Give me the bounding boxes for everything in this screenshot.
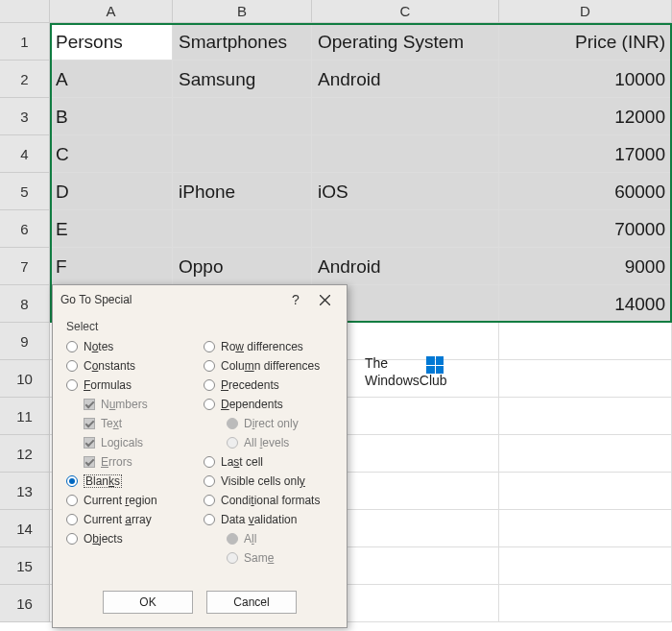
cell-D6[interactable]: 70000 (499, 210, 672, 248)
option-current-array[interactable]: Current array (66, 510, 196, 529)
option-text: Text (66, 414, 196, 433)
watermark-text: The WindowsClub (365, 355, 447, 388)
row-2: 2 A Samsung Android 10000 (0, 61, 672, 98)
row-header-5[interactable]: 5 (0, 173, 50, 210)
cell-C5[interactable]: iOS (312, 173, 499, 210)
row-header-15[interactable]: 15 (0, 547, 50, 585)
row-header-6[interactable]: 6 (0, 210, 50, 248)
cell-D10[interactable] (499, 360, 672, 398)
row-header-2[interactable]: 2 (0, 61, 50, 98)
cell-A1[interactable]: Persons (50, 23, 173, 61)
row-7: 7 F Oppo Android 9000 (0, 248, 672, 285)
cell-D3[interactable]: 12000 (499, 98, 672, 135)
cell-B4[interactable] (173, 135, 312, 173)
cell-C3[interactable] (312, 98, 499, 135)
cell-D13[interactable] (499, 473, 672, 510)
row-header-7[interactable]: 7 (0, 248, 50, 285)
option-logicals: Logicals (66, 433, 196, 452)
cell-D2[interactable]: 10000 (499, 61, 672, 98)
cell-D12[interactable] (499, 435, 672, 473)
dialog-body: Select Notes Constants Formulas Numbers … (53, 314, 347, 577)
select-all-corner[interactable] (0, 0, 50, 23)
cell-D5[interactable]: 60000 (499, 173, 672, 210)
cell-A7[interactable]: F (50, 248, 173, 285)
option-notes[interactable]: Notes (66, 337, 196, 356)
option-blanks[interactable]: Blanks (66, 472, 196, 491)
row-header-14[interactable]: 14 (0, 510, 50, 547)
row-header-9[interactable]: 9 (0, 323, 50, 360)
help-button[interactable]: ? (281, 287, 310, 312)
row-1: 1 Persons Smartphones Operating System P… (0, 23, 672, 61)
option-all-levels: All levels (204, 433, 333, 452)
cell-C2[interactable]: Android (312, 61, 499, 98)
cell-A6[interactable]: E (50, 210, 173, 248)
option-precedents[interactable]: Precedents (204, 376, 333, 395)
row-header-1[interactable]: 1 (0, 23, 50, 61)
cell-A3[interactable]: B (50, 98, 173, 135)
cell-B6[interactable] (173, 210, 312, 248)
watermark: The WindowsClub (365, 355, 447, 388)
option-dependents[interactable]: Dependents (204, 395, 333, 414)
dialog-titlebar[interactable]: Go To Special ? (53, 285, 347, 314)
cancel-button[interactable]: Cancel (206, 591, 297, 614)
row-header-11[interactable]: 11 (0, 398, 50, 435)
cell-C6[interactable] (312, 210, 499, 248)
option-last-cell[interactable]: Last cell (204, 452, 333, 472)
row-3: 3 B 12000 (0, 98, 672, 135)
options-right-column: Row differences Column differences Prece… (204, 337, 333, 568)
cell-C1[interactable]: Operating System (312, 23, 499, 61)
cell-B2[interactable]: Samsung (173, 61, 312, 98)
cell-C7[interactable]: Android (312, 248, 499, 285)
cell-D4[interactable]: 17000 (499, 135, 672, 173)
col-header-C[interactable]: C (312, 0, 499, 23)
row-4: 4 C 17000 (0, 135, 672, 173)
cell-B7[interactable]: Oppo (173, 248, 312, 285)
cell-C4[interactable] (312, 135, 499, 173)
ok-button[interactable]: OK (103, 591, 193, 614)
close-button[interactable] (310, 287, 339, 312)
row-6: 6 E 70000 (0, 210, 672, 248)
col-header-B[interactable]: B (173, 0, 312, 23)
row-header-3[interactable]: 3 (0, 98, 50, 135)
col-header-A[interactable]: A (50, 0, 173, 23)
cell-D7[interactable]: 9000 (499, 248, 672, 285)
cell-B1[interactable]: Smartphones (173, 23, 312, 61)
cell-D9[interactable] (499, 323, 672, 360)
option-objects[interactable]: Objects (66, 529, 196, 548)
option-conditional-formats[interactable]: Conditional formats (204, 491, 333, 510)
option-current-region[interactable]: Current region (66, 491, 196, 510)
option-visible-cells-only[interactable]: Visible cells only (204, 472, 333, 491)
row-5: 5 D iPhone iOS 60000 (0, 173, 672, 210)
row-header-4[interactable]: 4 (0, 135, 50, 173)
cell-A5[interactable]: D (50, 173, 173, 210)
dialog-buttons: OK Cancel (53, 577, 347, 627)
row-header-10[interactable]: 10 (0, 360, 50, 398)
cell-B3[interactable] (173, 98, 312, 135)
column-headers-row: A B C D (0, 0, 672, 23)
select-label: Select (66, 320, 333, 333)
col-header-D[interactable]: D (499, 0, 672, 23)
cell-D8[interactable]: 14000 (499, 285, 672, 323)
row-header-12[interactable]: 12 (0, 435, 50, 473)
cell-D11[interactable] (499, 398, 672, 435)
windows-icon (426, 356, 444, 374)
cell-D1[interactable]: Price (INR) (499, 23, 672, 61)
cell-A4[interactable]: C (50, 135, 173, 173)
option-all: All (204, 529, 333, 548)
cell-A2[interactable]: A (50, 61, 173, 98)
cell-D15[interactable] (499, 547, 672, 585)
cell-B5[interactable]: iPhone (173, 173, 312, 210)
dialog-title: Go To Special (60, 293, 281, 306)
row-header-13[interactable]: 13 (0, 473, 50, 510)
option-constants[interactable]: Constants (66, 356, 196, 376)
option-column-differences[interactable]: Column differences (204, 356, 333, 376)
go-to-special-dialog: Go To Special ? Select Notes Constants F… (52, 284, 348, 628)
row-header-8[interactable]: 8 (0, 285, 50, 323)
option-row-differences[interactable]: Row differences (204, 337, 333, 356)
option-formulas[interactable]: Formulas (66, 376, 196, 395)
row-header-16[interactable]: 16 (0, 585, 50, 622)
cell-D14[interactable] (499, 510, 672, 547)
cell-D16[interactable] (499, 585, 672, 622)
option-data-validation[interactable]: Data validation (204, 510, 333, 529)
option-direct-only: Direct only (204, 414, 333, 433)
